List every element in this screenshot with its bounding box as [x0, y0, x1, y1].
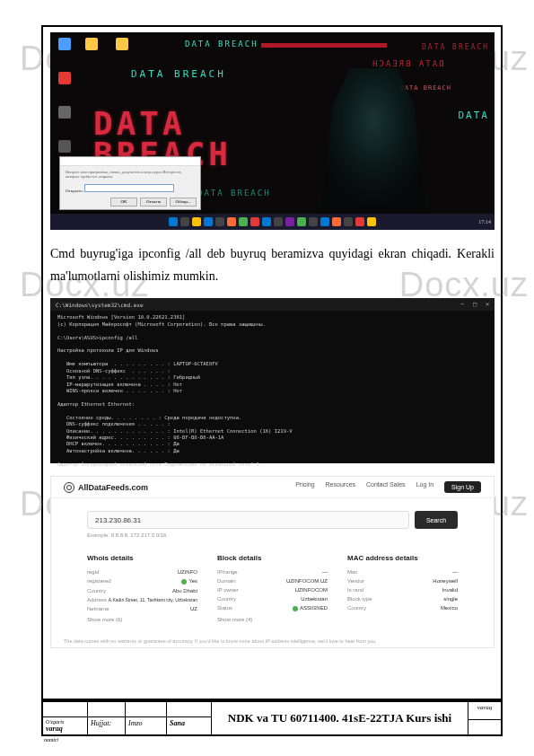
taskbar-icon[interactable] — [262, 217, 271, 226]
desktop-icon — [56, 72, 74, 90]
breach-bottom-text: DATA BREACH — [197, 189, 271, 198]
cmd-title: C:\Windows\system32\cmd.exe — [56, 302, 144, 308]
dialog-titlebar — [60, 157, 200, 166]
taskbar-icon[interactable] — [355, 217, 364, 226]
cmd-titlebar: C:\Windows\system32\cmd.exe − □ ✕ — [50, 298, 495, 311]
taskbar-icon[interactable] — [274, 217, 283, 226]
run-input[interactable] — [84, 184, 174, 192]
red-bar-decoration — [261, 43, 387, 48]
nav-login[interactable]: Log In — [416, 481, 433, 493]
breach-text: DATA BREACH — [131, 68, 226, 80]
run-label: Открыть: — [66, 189, 83, 193]
sana-label: Sana — [167, 717, 212, 734]
col-title: Block details — [217, 554, 328, 562]
hujjat-label: Hujjat: — [88, 717, 126, 734]
taskbar: 17:14 — [50, 214, 495, 230]
folder-icon — [83, 38, 101, 56]
maximize-icon[interactable]: □ — [471, 301, 478, 308]
search-hint: Example: 8.8.8.8, 172.217.0.0/16 — [87, 532, 458, 538]
close-icon[interactable]: ✕ — [484, 301, 491, 308]
website-screenshot: AllDataFeeds.com Pricing Resources Conta… — [50, 476, 495, 648]
col-title: Whois details — [87, 554, 197, 562]
taskbar-icon[interactable] — [250, 217, 259, 226]
title-block-left: O'zgaris varaq Hujjat: Imzo Sana — [43, 702, 212, 734]
document-title: NDK va TU 60711400. 41sE-22TJA Kurs ishi — [212, 702, 468, 734]
desktop-screenshot: DATA BREACH DATA BREACH DATA BREACH DATA… — [50, 32, 495, 230]
site-logo[interactable]: AllDataFeeds.com — [64, 482, 148, 493]
breach-text: DATA BREACH — [185, 40, 258, 48]
cancel-button[interactable]: Отмена — [140, 198, 167, 207]
minimize-icon[interactable]: − — [459, 301, 466, 308]
breach-text: DATA BREACH — [422, 43, 489, 51]
taskbar-icon[interactable] — [332, 217, 341, 226]
nav-pricing[interactable]: Pricing — [295, 481, 314, 493]
taskbar-icon[interactable] — [180, 217, 189, 226]
taskbar-clock: 17:14 — [478, 219, 491, 224]
logo-icon — [64, 482, 74, 493]
content-area: DATA BREACH DATA BREACH DATA BREACH DATA… — [50, 32, 495, 648]
browse-button[interactable]: Обзор... — [170, 198, 197, 207]
taskbar-icon[interactable] — [320, 217, 329, 226]
taskbar-icon[interactable] — [367, 217, 376, 226]
start-icon[interactable] — [169, 217, 178, 226]
results-section: Whois details regidUZINFO registeredYes … — [51, 547, 494, 629]
hooded-figure — [315, 61, 432, 209]
site-nav: Pricing Resources Contact Sales Log In S… — [295, 481, 481, 493]
taskbar-icon[interactable] — [309, 217, 318, 226]
taskbar-icon[interactable] — [239, 217, 248, 226]
search-button[interactable]: Search — [415, 511, 458, 529]
breach-side-text: DATA — [459, 110, 490, 121]
ok-button[interactable]: OK — [110, 198, 137, 207]
taskbar-icon[interactable] — [204, 217, 213, 226]
logo-text: AllDataFeeds.com — [78, 483, 148, 492]
desktop-icons-column — [56, 38, 74, 158]
taskbar-icon[interactable] — [344, 217, 353, 226]
desktop-icon — [56, 140, 74, 158]
cmd-screenshot: C:\Windows\system32\cmd.exe − □ ✕ Micros… — [50, 298, 495, 463]
taskbar-icon[interactable] — [285, 217, 294, 226]
dialog-body: Введите имя программы, папки, документа … — [60, 166, 200, 197]
body-paragraph: Cmd buyrug'iga ipconfig /all deb buyruq … — [50, 242, 495, 287]
desktop-icon — [56, 38, 74, 56]
mac-column: MAC address details Mac— VendorHoneywell… — [347, 554, 458, 621]
taskbar-icon[interactable] — [297, 217, 306, 226]
signup-button[interactable]: Sign Up — [444, 481, 481, 493]
imzo-label: Imzo — [126, 717, 167, 734]
whois-column: Whois details regidUZINFO registeredYes … — [87, 554, 197, 621]
title-block-right: varaq — [468, 702, 501, 734]
site-header: AllDataFeeds.com Pricing Resources Conta… — [51, 477, 494, 498]
nomiri-label: nomiri — [44, 737, 58, 743]
taskbar-icon[interactable] — [192, 217, 201, 226]
col-title: MAC address details — [347, 554, 458, 562]
block-column: Block details IP/range— DomainUZINFOCOM.… — [217, 554, 328, 621]
nav-resources[interactable]: Resources — [326, 481, 355, 493]
taskbar-icon[interactable] — [215, 217, 224, 226]
col1-bottom: varaq — [46, 725, 63, 733]
site-disclaimer: The data comes with no warranty or guara… — [64, 638, 481, 644]
run-dialog: Введите имя программы, папки, документа … — [59, 156, 201, 210]
varaq-label: varaq — [468, 702, 501, 720]
show-more[interactable]: Show more (4) — [217, 617, 328, 622]
desktop-icon — [56, 106, 74, 124]
ip-search-input[interactable] — [87, 511, 409, 529]
search-section: Search Example: 8.8.8.8, 172.217.0.0/16 — [51, 498, 494, 547]
show-more[interactable]: Show more (6) — [87, 617, 197, 622]
desktop-icons-row — [83, 38, 131, 56]
nav-contact[interactable]: Contact Sales — [366, 481, 406, 493]
title-block: O'zgaris varaq Hujjat: Imzo Sana NDK va … — [41, 700, 503, 736]
taskbar-icon[interactable] — [227, 217, 236, 226]
folder-icon — [113, 38, 131, 56]
